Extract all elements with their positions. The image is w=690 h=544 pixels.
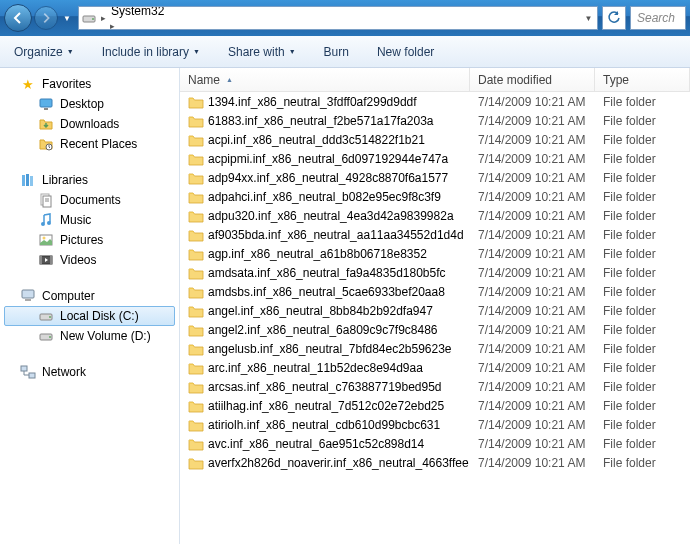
file-row[interactable]: amdsbs.inf_x86_neutral_5cae6933bef20aa87… [180, 282, 690, 301]
refresh-button[interactable] [602, 6, 626, 30]
svg-rect-17 [40, 256, 42, 264]
sidebar-favorite-item[interactable]: Downloads [0, 114, 179, 134]
file-row[interactable]: acpi.inf_x86_neutral_ddd3c514822f1b217/1… [180, 130, 690, 149]
folder-icon [188, 399, 204, 413]
file-row[interactable]: amdsata.inf_x86_neutral_fa9a4835d180b5fc… [180, 263, 690, 282]
file-row[interactable]: angel.inf_x86_neutral_8bb84b2b92dfa9477/… [180, 301, 690, 320]
file-name: atiriolh.inf_x86_neutral_cdb610d99bcbc63… [208, 418, 440, 432]
file-row[interactable]: avc.inf_x86_neutral_6ae951c52c898d147/14… [180, 434, 690, 453]
folder-icon [188, 342, 204, 356]
file-name: acpi.inf_x86_neutral_ddd3c514822f1b21 [208, 133, 425, 147]
sidebar-library-item[interactable]: Pictures [0, 230, 179, 250]
sidebar-item-label: Videos [60, 253, 96, 267]
favorites-group[interactable]: ★Favorites [0, 74, 179, 94]
file-name: averfx2h826d_noaverir.inf_x86_neutral_46… [208, 456, 469, 470]
file-row[interactable]: adpahci.inf_x86_neutral_b082e95ec9f8c3f9… [180, 187, 690, 206]
network-icon [20, 364, 36, 380]
folder-icon [188, 209, 204, 223]
address-bar[interactable]: ▸ Local Disk (C:)▸Windows▸System32▸Drive… [78, 6, 598, 30]
file-name: af9035bda.inf_x86_neutral_aa11aa34552d1d… [208, 228, 464, 242]
file-date: 7/14/2009 10:21 AM [470, 399, 595, 413]
sort-indicator-icon: ▲ [226, 76, 233, 83]
back-button[interactable] [4, 4, 32, 32]
navigation-pane: ★Favorites DesktopDownloadsRecent Places… [0, 68, 180, 544]
sidebar-favorite-item[interactable]: Recent Places [0, 134, 179, 154]
file-date: 7/14/2009 10:21 AM [470, 114, 595, 128]
file-row[interactable]: averfx2h826d_noaverir.inf_x86_neutral_46… [180, 453, 690, 472]
column-date[interactable]: Date modified [470, 68, 595, 91]
file-row[interactable]: 61883.inf_x86_neutral_f2be571a17fa203a7/… [180, 111, 690, 130]
computer-group[interactable]: Computer [0, 286, 179, 306]
file-date: 7/14/2009 10:21 AM [470, 95, 595, 109]
include-library-button[interactable]: Include in library▼ [98, 42, 204, 62]
file-type: File folder [595, 114, 690, 128]
share-button[interactable]: Share with▼ [224, 42, 300, 62]
sidebar-library-item[interactable]: Music [0, 210, 179, 230]
file-row[interactable]: adp94xx.inf_x86_neutral_4928c8870f6a1577… [180, 168, 690, 187]
svg-rect-20 [25, 299, 31, 301]
folder-icon [188, 171, 204, 185]
videos-icon [38, 252, 54, 268]
sidebar-library-item[interactable]: Documents [0, 190, 179, 210]
folder-icon [188, 95, 204, 109]
file-name: adp94xx.inf_x86_neutral_4928c8870f6a1577 [208, 171, 448, 185]
navigation-bar: ▼ ▸ Local Disk (C:)▸Windows▸System32▸Dri… [0, 0, 690, 36]
sidebar-favorite-item[interactable]: Desktop [0, 94, 179, 114]
file-row[interactable]: af9035bda.inf_x86_neutral_aa11aa34552d1d… [180, 225, 690, 244]
recent-icon [38, 136, 54, 152]
file-row[interactable]: angelusb.inf_x86_neutral_7bfd84ec2b59623… [180, 339, 690, 358]
file-name: arcsas.inf_x86_neutral_c763887719bed95d [208, 380, 442, 394]
sidebar-item-label: Music [60, 213, 91, 227]
file-row[interactable]: atiriolh.inf_x86_neutral_cdb610d99bcbc63… [180, 415, 690, 434]
sidebar-drive-item[interactable]: Local Disk (C:) [4, 306, 175, 326]
burn-button[interactable]: Burn [320, 42, 353, 62]
file-row[interactable]: 1394.inf_x86_neutral_3fdff0af299d9ddf7/1… [180, 92, 690, 111]
folder-icon [188, 456, 204, 470]
file-date: 7/14/2009 10:21 AM [470, 190, 595, 204]
column-name[interactable]: Name▲ [180, 68, 470, 91]
file-date: 7/14/2009 10:21 AM [470, 361, 595, 375]
breadcrumb-separator[interactable]: ▸ [108, 21, 117, 30]
column-type[interactable]: Type [595, 68, 690, 91]
file-row[interactable]: arc.inf_x86_neutral_11b52dec8e94d9aa7/14… [180, 358, 690, 377]
file-type: File folder [595, 380, 690, 394]
search-placeholder: Search [637, 11, 675, 25]
file-type: File folder [595, 418, 690, 432]
libraries-icon [20, 172, 36, 188]
pictures-icon [38, 232, 54, 248]
sidebar-item-label: Documents [60, 193, 121, 207]
network-group[interactable]: Network [0, 362, 179, 382]
breadcrumb-root-sep[interactable]: ▸ [99, 13, 108, 23]
file-row[interactable]: angel2.inf_x86_neutral_6a809c9c7f9c84867… [180, 320, 690, 339]
address-dropdown[interactable]: ▼ [579, 7, 597, 29]
file-type: File folder [595, 285, 690, 299]
breadcrumb-item[interactable]: System32 [108, 6, 193, 18]
file-row[interactable]: acpipmi.inf_x86_neutral_6d097192944e747a… [180, 149, 690, 168]
file-date: 7/14/2009 10:21 AM [470, 133, 595, 147]
file-row[interactable]: atiilhag.inf_x86_neutral_7d512c02e72ebd2… [180, 396, 690, 415]
folder-icon [188, 266, 204, 280]
history-dropdown[interactable]: ▼ [60, 8, 74, 28]
sidebar-library-item[interactable]: Videos [0, 250, 179, 270]
organize-button[interactable]: Organize▼ [10, 42, 78, 62]
file-row[interactable]: agp.inf_x86_neutral_a61b8b06718e83527/14… [180, 244, 690, 263]
file-name: atiilhag.inf_x86_neutral_7d512c02e72ebd2… [208, 399, 444, 413]
new-folder-button[interactable]: New folder [373, 42, 438, 62]
downloads-icon [38, 116, 54, 132]
file-name: angel.inf_x86_neutral_8bb84b2b92dfa947 [208, 304, 433, 318]
libraries-group[interactable]: Libraries [0, 170, 179, 190]
file-row[interactable]: adpu320.inf_x86_neutral_4ea3d42a9839982a… [180, 206, 690, 225]
file-type: File folder [595, 266, 690, 280]
sidebar-drive-item[interactable]: New Volume (D:) [0, 326, 179, 346]
folder-icon [188, 285, 204, 299]
file-date: 7/14/2009 10:21 AM [470, 152, 595, 166]
file-type: File folder [595, 456, 690, 470]
file-type: File folder [595, 342, 690, 356]
file-date: 7/14/2009 10:21 AM [470, 437, 595, 451]
file-date: 7/14/2009 10:21 AM [470, 380, 595, 394]
forward-button[interactable] [34, 6, 58, 30]
drive-icon [38, 328, 54, 344]
search-input[interactable]: Search [630, 6, 686, 30]
file-date: 7/14/2009 10:21 AM [470, 456, 595, 470]
file-row[interactable]: arcsas.inf_x86_neutral_c763887719bed95d7… [180, 377, 690, 396]
